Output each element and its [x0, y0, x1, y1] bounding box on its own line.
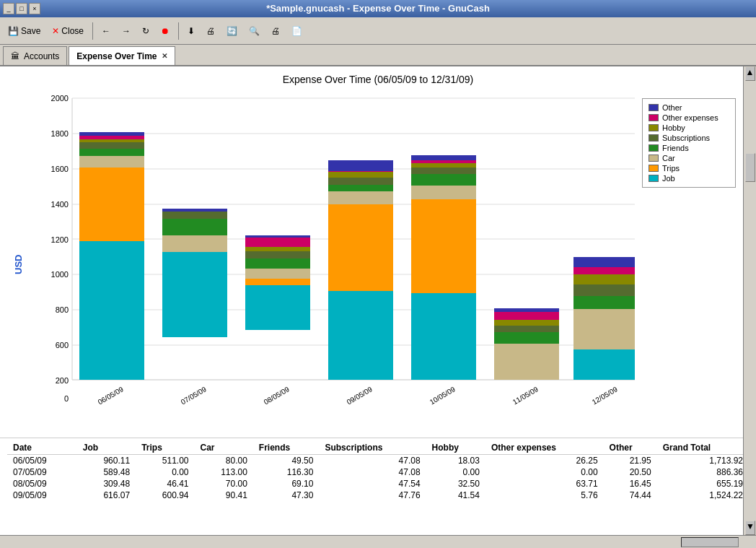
col-hobby: Hobby: [426, 441, 485, 455]
accounts-icon: 🏛: [11, 51, 19, 61]
bar-friends-0: [79, 149, 144, 156]
close-button[interactable]: ✕ Close: [47, 20, 89, 42]
bar-oexp-3: [328, 171, 393, 172]
table-cell: 21.95: [604, 455, 657, 467]
bar-car-3: [328, 191, 393, 204]
legend-label-subscriptions: Subscriptions: [662, 134, 710, 142]
separator-1: [92, 22, 93, 40]
maximize-button[interactable]: □: [16, 3, 27, 14]
svg-text:0: 0: [64, 394, 69, 403]
tab-accounts[interactable]: 🏛 Accounts: [3, 46, 67, 65]
svg-text:2000: 2000: [51, 94, 69, 103]
legend-label-other: Other: [662, 103, 682, 112]
svg-text:600: 600: [56, 341, 69, 349]
col-trips: Trips: [136, 441, 194, 455]
tab-close-icon[interactable]: ✕: [162, 52, 167, 60]
table-cell: 16.45: [604, 478, 657, 490]
data-table-container: Date Job Trips Car Friends Subscriptions…: [0, 438, 756, 535]
table-cell: 41.54: [426, 490, 485, 501]
svg-text:1000: 1000: [51, 270, 69, 279]
table-cell: 5.76: [485, 490, 604, 501]
bar-subs-5: [494, 326, 559, 332]
minimize-button[interactable]: _: [3, 3, 14, 14]
table-cell: 47.30: [253, 490, 320, 501]
save-icon: 💾: [8, 26, 19, 36]
scroll-down-arrow[interactable]: ▼: [745, 521, 755, 535]
table-row: 09/05/09616.07600.9490.4147.3047.7641.54…: [7, 490, 749, 501]
scrollbar[interactable]: ▲ ▼: [743, 66, 756, 535]
table-cell: 08/05/09: [7, 478, 77, 490]
tab-bar: 🏛 Accounts Expense Over Time ✕: [0, 45, 756, 66]
bar-friends-4: [411, 174, 476, 186]
bar-other-4: [411, 155, 476, 160]
bar-hobby-0: [79, 139, 144, 142]
legend-label-hobby: Hobby: [662, 123, 685, 132]
svg-text:08/05/09: 08/05/09: [263, 385, 291, 406]
bar-trips-3: [328, 204, 393, 291]
bar-friends-2: [245, 258, 310, 269]
legend-label-job: Job: [662, 174, 675, 183]
bar-other-1: [162, 209, 227, 212]
table-cell: 589.48: [77, 466, 136, 478]
record-button[interactable]: ⏺: [156, 20, 175, 42]
table-row: 07/05/09589.480.00113.00116.3047.080.000…: [7, 466, 749, 478]
svg-text:09/05/09: 09/05/09: [346, 385, 374, 406]
legend-item-job: Job: [649, 174, 729, 183]
bar-car-5: [494, 344, 559, 380]
download-button[interactable]: ⬇: [183, 20, 200, 42]
svg-text:200: 200: [56, 376, 69, 385]
close-window-button[interactable]: ×: [29, 3, 40, 14]
print2-button[interactable]: 🖨: [266, 20, 285, 42]
reload-button[interactable]: ↻: [137, 20, 154, 42]
col-friends: Friends: [253, 441, 320, 455]
svg-text:12/05/09: 12/05/09: [591, 385, 620, 406]
col-other-expenses: Other expenses: [485, 441, 604, 455]
col-grand-total: Grand Total: [657, 441, 749, 455]
svg-text:1800: 1800: [51, 129, 69, 138]
legend-color-other: [649, 104, 659, 111]
bar-subs-0: [79, 142, 144, 149]
export-button[interactable]: 📄: [286, 20, 307, 42]
table-cell: 63.71: [485, 478, 604, 490]
chart-title: Expense Over Time (06/05/09 to 12/31/09): [7, 74, 749, 85]
chart-area: Expense Over Time (06/05/09 to 12/31/09)…: [0, 66, 756, 438]
legend-color-subscriptions: [649, 134, 659, 142]
forward-button[interactable]: →: [117, 20, 136, 42]
table-cell: 1,713.92: [657, 455, 749, 467]
refresh-icon-btn[interactable]: 🔄: [221, 20, 242, 42]
legend-color-car: [649, 155, 659, 162]
search-button[interactable]: 🔍: [244, 20, 265, 42]
record-icon: ⏺: [161, 26, 170, 36]
table-cell: 960.11: [77, 455, 136, 467]
legend-label-other-expenses: Other expenses: [662, 113, 718, 122]
table-cell: 20.50: [604, 466, 657, 478]
svg-text:1600: 1600: [51, 165, 69, 173]
table-cell: 116.30: [253, 466, 320, 478]
main-content: Expense Over Time (06/05/09 to 12/31/09)…: [0, 66, 756, 535]
scroll-thumb[interactable]: [745, 153, 755, 182]
tab-expense-over-time[interactable]: Expense Over Time ✕: [69, 46, 175, 65]
bar-oexp-5: [494, 312, 559, 320]
save-button[interactable]: 💾 Save: [3, 20, 45, 42]
export-icon: 📄: [291, 26, 302, 36]
print2-icon: 🖨: [271, 26, 280, 36]
bar-car-0: [79, 156, 144, 168]
bar-friends-1: [162, 219, 227, 235]
bar-other-5: [494, 308, 559, 312]
reload-icon: ↻: [142, 26, 149, 36]
bar-job-0: [79, 241, 144, 380]
svg-text:800: 800: [56, 305, 69, 314]
print-button[interactable]: 🖨: [201, 20, 220, 42]
svg-text:1400: 1400: [51, 200, 69, 209]
close-icon: ✕: [52, 26, 59, 36]
svg-text:11/05/09: 11/05/09: [511, 385, 540, 406]
legend-color-friends: [649, 144, 659, 152]
scroll-up-arrow[interactable]: ▲: [745, 66, 755, 81]
bar-other-3: [328, 160, 393, 171]
bar-car-4: [411, 186, 476, 199]
table-cell: 46.41: [136, 478, 194, 490]
table-cell: 47.76: [319, 490, 426, 501]
back-button[interactable]: ←: [97, 20, 115, 42]
table-cell: 90.41: [194, 490, 252, 501]
bar-hobby-2: [245, 247, 310, 251]
